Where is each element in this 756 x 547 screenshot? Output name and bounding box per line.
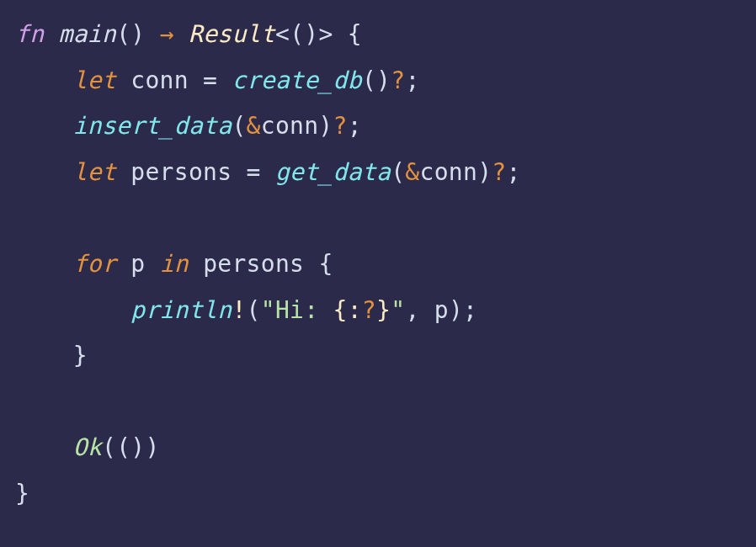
equals: = [203,66,217,94]
paren-close-outer: ) [145,433,159,461]
iter-persons: persons [203,250,304,278]
indent [15,112,73,140]
format-colon: : [348,296,362,324]
keyword-let: let [73,158,116,186]
code-line-6: for p in persons { [15,250,333,278]
paren-close: ) [130,20,145,48]
angle-close: > [318,20,333,48]
paren-open: ( [247,296,261,324]
code-line-11: } [15,480,29,507]
semicolon: ; [348,112,362,140]
code-block: fn main() → Result<()> { let conn = crea… [15,12,741,518]
keyword-let: let [73,66,116,94]
call-insert-data: insert_data [73,112,232,140]
semicolon: ; [463,296,477,324]
paren-close: ) [477,158,492,186]
semicolon: ; [405,66,419,94]
variable-p: p [130,250,145,278]
code-line-4: let persons = get_data(&conn)?; [15,158,521,186]
code-line-3: insert_data(&conn)?; [15,112,362,140]
brace-close: } [15,480,29,507]
keyword-fn: fn [15,20,44,48]
format-brace-open: { [333,296,348,324]
type-result: Result [189,20,275,48]
paren-close: ) [376,66,391,94]
paren-close: ) [318,112,333,140]
try-operator: ? [391,66,405,94]
indent [15,433,73,461]
ampersand: & [405,158,419,186]
call-get-data: get_data [275,158,391,186]
keyword-in: in [160,250,189,278]
indent [15,250,73,278]
brace-open: { [318,250,333,278]
paren-close: ) [449,296,463,324]
return-arrow: → [160,20,174,48]
brace-open: { [348,20,362,48]
paren-open: ( [116,20,130,48]
format-debug: ? [362,296,376,324]
code-line-10: Ok(()) [15,433,160,461]
try-operator: ? [333,112,348,140]
paren-open-inner: ( [116,433,130,461]
indent [15,66,73,94]
macro-println: println [130,296,232,324]
comma: , [405,296,419,324]
macro-bang: ! [232,296,246,324]
call-create-db: create_db [232,66,361,94]
try-operator: ? [492,158,506,186]
ok-variant: Ok [73,433,102,461]
paren-close-inner: ) [130,433,145,461]
variable-conn: conn [130,66,189,94]
angle-open: < [275,20,290,48]
code-line-1: fn main() → Result<()> { [15,20,362,48]
code-line-7: println!("Hi: {:?}", p); [15,296,477,324]
paren-open: ( [391,158,405,186]
ampersand: & [247,112,261,140]
string-close: " [391,296,405,324]
semicolon: ; [507,158,521,186]
arg-conn: conn [420,158,478,186]
indent [15,296,130,324]
equals: = [247,158,261,186]
unit-open: ( [290,20,304,48]
unit-close: ) [304,20,318,48]
indent [15,158,73,186]
brace-close: } [73,342,88,369]
paren-open: ( [232,112,246,140]
paren-open: ( [362,66,376,94]
arg-conn: conn [261,112,319,140]
indent [15,342,73,369]
string-literal: "Hi: [261,296,333,324]
keyword-for: for [73,250,116,278]
arg-p: p [434,296,449,324]
paren-open-outer: ( [102,433,116,461]
code-line-8: } [15,342,88,369]
function-name: main [59,20,117,48]
code-line-2: let conn = create_db()?; [15,66,420,94]
format-brace-close: } [376,296,391,324]
variable-persons: persons [130,158,232,186]
